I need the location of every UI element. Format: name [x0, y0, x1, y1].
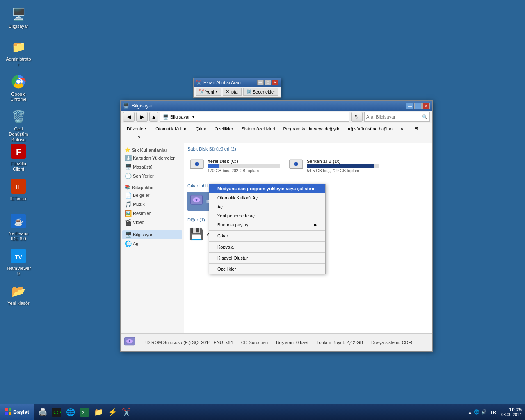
sidebar-item-computer[interactable]: 🖥️ Bilgisayar: [122, 230, 182, 239]
disk-item-c[interactable]: Yerel Disk (C:) 170 GB boş, 202 GB topla…: [187, 155, 282, 177]
new-folder-label: Yeni klasör: [7, 301, 29, 306]
taskbar-right: ▲ 🌐 🔊 TR 10:25 03.09.2014: [464, 404, 525, 420]
desktop-icon-netbeans[interactable]: ☕ NetBeans IDE 8.0: [4, 211, 33, 243]
svg-point-25: [129, 340, 130, 342]
snip-close-button[interactable]: ✕: [272, 80, 278, 85]
filezilla-label: FileZilla Client: [6, 161, 31, 172]
ctx-item-share[interactable]: Bununla paylaş ▶: [209, 220, 325, 229]
forward-button[interactable]: ▶: [136, 112, 148, 122]
explorer-statusbar: BD-ROM Sürücüsü (E:) SQL2014_ENU_x64 CD …: [121, 333, 432, 351]
statusbar-free: Boş alan: 0 bayt: [276, 340, 308, 345]
desktop-icon-recycle[interactable]: 🗑️ Geri Dönüşüm Kutusu: [4, 107, 33, 144]
ctx-item-copy[interactable]: Kopyala: [209, 242, 325, 251]
toolbar-more-button[interactable]: »: [397, 125, 407, 133]
sidebar-item-documents[interactable]: 📄 Belgeler: [122, 191, 182, 200]
ctx-item-properties[interactable]: Özellikler: [209, 265, 325, 274]
desktop-icon-filezilla[interactable]: F FileZilla Client: [4, 142, 33, 173]
statusbar-filesystem: Dosya sistemi: CDF5: [371, 340, 413, 345]
toolbar-ozellikler-button[interactable]: Özellikler: [211, 125, 237, 133]
cancel-icon: ✕: [226, 89, 229, 94]
snip-cancel-button[interactable]: ✕ İptal: [223, 88, 242, 96]
administrator-label: Administrator: [6, 57, 31, 67]
disk-d-icon: [289, 157, 304, 175]
ctx-separator-3: [209, 252, 325, 253]
toolbar-help-button[interactable]: ?: [134, 134, 144, 142]
sidebar-item-desktop[interactable]: 🖥️ Masaüstü: [122, 162, 182, 171]
taskbar-folder-icon[interactable]: 📁: [92, 406, 105, 419]
toolbar-ag-button[interactable]: Ağ sürücüsüne bağlan: [344, 125, 396, 133]
snip-tool-window: ✂️ Ekran Alıntısı Aracı — □ ✕ ✂️ Yeni ▼ …: [193, 78, 281, 98]
ietester-icon: IE: [10, 178, 27, 194]
desktop-icon-bilgisayar[interactable]: 🖥️ Bilgisayar: [4, 4, 33, 31]
ctx-item-run[interactable]: Medyanızdan program yükleyin veya çalışt…: [209, 184, 325, 193]
sidebar-item-recent[interactable]: 🕒 Son Yerler: [122, 171, 182, 180]
disk-grid: Yerel Disk (C:) 170 GB boş, 202 GB topla…: [187, 155, 429, 177]
explorer-minimize-button[interactable]: —: [406, 103, 413, 109]
back-button[interactable]: ◀: [123, 112, 135, 122]
snip-options-button[interactable]: ⚙️ Seçenekler: [243, 88, 278, 96]
cdrom-icon: [190, 193, 203, 209]
sidebar-item-network[interactable]: 🌐 Ağ: [122, 239, 182, 248]
toolbar-duzenle-button[interactable]: Düzenle ▼: [123, 125, 151, 133]
taskbar-flash-icon[interactable]: ⚡: [106, 406, 119, 419]
star-icon: ⭐: [125, 147, 130, 153]
desktop-icon2: 🖥️: [125, 164, 131, 170]
disk-c-name: Yerel Disk (C:): [208, 159, 280, 164]
taskbar-excel-icon[interactable]: X: [78, 406, 91, 419]
new-folder-icon: 📂: [10, 283, 27, 299]
snip-title-icon: ✂️: [196, 80, 202, 85]
svg-text:F: F: [16, 147, 21, 156]
start-button[interactable]: Başlat: [0, 404, 34, 420]
taskbar-printer-icon[interactable]: 🖨️: [36, 406, 49, 419]
explorer-close-button[interactable]: ✕: [422, 103, 430, 109]
search-input[interactable]: [366, 114, 422, 119]
toolbar-otomatik-button[interactable]: Otomatik Kullan: [152, 125, 191, 133]
tray-icons: ▲ 🌐 🔊: [468, 409, 487, 415]
disk-item-d[interactable]: Serkan 1TB (D:) 54,5 GB boş, 729 GB topl…: [287, 155, 381, 177]
desktop-icon-teamviewer[interactable]: TV TeamViewer 9: [4, 246, 33, 278]
ctx-item-open-new-window[interactable]: Yeni pencerede aç: [209, 211, 325, 220]
address-dropdown-icon: ▼: [192, 115, 195, 119]
snip-new-button[interactable]: ✂️ Yeni ▼: [196, 88, 221, 96]
address-bar[interactable]: 🖥️ Bilgisayar ▼: [160, 112, 349, 122]
toolbar-view-button[interactable]: ⊞: [411, 124, 422, 133]
desktop-icon-new-folder[interactable]: 📂 Yeni klasör: [4, 281, 33, 308]
ctx-item-open[interactable]: Aç: [209, 202, 325, 211]
sidebar-item-pictures[interactable]: 🖼️ Resimler: [122, 209, 182, 218]
statusbar-total: Toplam Boyut: 2,42 GB: [317, 340, 363, 345]
up-button[interactable]: ▲: [149, 112, 158, 122]
explorer-maximize-button[interactable]: □: [414, 103, 422, 109]
gear-icon: ⚙️: [246, 89, 252, 94]
refresh-button[interactable]: ↻: [351, 112, 363, 122]
svg-text:TV: TV: [15, 254, 23, 260]
ctx-item-autorun[interactable]: Otomatik Kullan'ı Aç...: [209, 193, 325, 202]
tray-expand-icon[interactable]: ▲: [468, 410, 472, 415]
toolbar-view2-button[interactable]: ≡: [123, 134, 133, 142]
toolbar-cikar-button[interactable]: Çıkar: [192, 125, 210, 133]
network-icon: 🌐: [125, 240, 131, 247]
sidebar-favorites-header: ⭐ Sık Kullanılanlar: [122, 146, 182, 153]
taskbar-chrome-icon[interactable]: 🌐: [64, 406, 77, 419]
snip-minimize-button[interactable]: —: [257, 80, 264, 85]
toolbar-sistem-button[interactable]: Sistem özellikleri: [237, 125, 278, 133]
ctx-item-eject[interactable]: Çıkar: [209, 231, 325, 240]
disk-c-bar-bg: [208, 164, 280, 168]
taskbar-cmd-icon[interactable]: C:\: [50, 406, 63, 419]
taskbar-scissors-icon[interactable]: ✂️: [120, 406, 133, 419]
recycle-icon: 🗑️: [10, 108, 27, 125]
explorer-toolbar: Düzenle ▼ Otomatik Kullan Çıkar Özellikl…: [121, 123, 432, 143]
snip-maximize-button[interactable]: □: [265, 80, 271, 85]
search-bar[interactable]: 🔍: [364, 112, 430, 122]
address-text: Bilgisayar: [170, 114, 190, 119]
desktop-icon-google-chrome[interactable]: Google Chrome: [4, 72, 33, 104]
toolbar-program-button[interactable]: Program kaldır veya değiştir: [279, 125, 343, 133]
desktop-icon-administrator[interactable]: 📁 Administrator: [4, 37, 33, 69]
bilgisayar-label: Bilgisayar: [9, 24, 28, 29]
sidebar-item-downloads[interactable]: ⬇️ Karşıdan Yüklemeler: [122, 153, 182, 162]
snip-toolbar: ✂️ Yeni ▼ ✕ İptal ⚙️ Seçenekler: [194, 87, 281, 97]
sidebar-item-video[interactable]: 🎬 Video: [122, 218, 182, 227]
desktop-icon-ietester[interactable]: IE IETester: [4, 176, 33, 203]
ctx-item-shortcut[interactable]: Kısayol Oluştur: [209, 253, 325, 262]
svg-rect-29: [9, 412, 11, 415]
sidebar-item-music[interactable]: 🎵 Müzik: [122, 200, 182, 209]
